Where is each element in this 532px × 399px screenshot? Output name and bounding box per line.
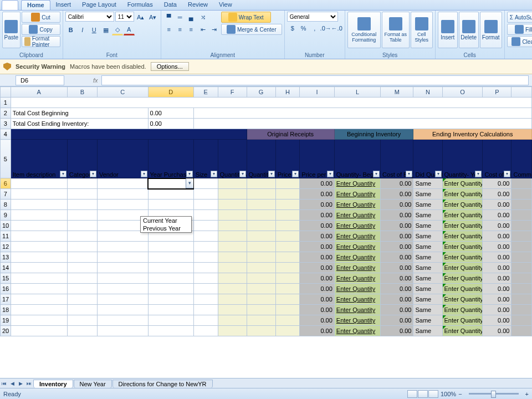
cell-cost-ending[interactable]: 0.00 <box>483 200 511 210</box>
col-I[interactable]: I <box>300 87 334 98</box>
cell[interactable] <box>511 231 532 242</box>
align-bottom[interactable]: ▄ <box>186 12 197 23</box>
cell[interactable] <box>97 315 148 326</box>
cell[interactable] <box>218 231 247 242</box>
col-O[interactable]: O <box>442 87 483 98</box>
cell[interactable] <box>218 294 247 305</box>
hdr-price-per-unit[interactable]: Price per Unit▾ <box>300 140 334 178</box>
dropdown-option-current-year[interactable]: Current Year <box>141 217 191 224</box>
increase-decimal[interactable]: .0→ <box>320 23 331 34</box>
cell[interactable] <box>11 326 67 336</box>
cell[interactable] <box>511 210 532 221</box>
cell[interactable] <box>11 200 67 210</box>
select-all-corner[interactable] <box>1 87 11 98</box>
cell-did-change[interactable]: Same <box>413 326 442 336</box>
cell[interactable] <box>247 231 275 242</box>
cell-price-per-unit[interactable]: 0.00 <box>300 305 334 315</box>
hdr-comm[interactable]: Comm <box>511 140 532 178</box>
cell[interactable] <box>97 252 148 263</box>
cell[interactable] <box>247 294 275 305</box>
shrink-font-button[interactable]: A▾ <box>147 12 158 23</box>
cell[interactable] <box>218 210 247 221</box>
cell[interactable] <box>275 326 300 336</box>
align-right[interactable]: ≡ <box>186 24 197 35</box>
hdr-price-paid[interactable]: Price Paid▾ <box>275 140 300 178</box>
align-center[interactable]: ≡ <box>175 24 186 35</box>
comma-button[interactable]: , <box>309 23 320 34</box>
cell[interactable] <box>148 284 193 294</box>
row-11[interactable]: 11 <box>1 231 11 242</box>
row-6[interactable]: 6 <box>1 178 11 189</box>
cell-did-change[interactable]: Same <box>413 200 442 210</box>
row-3[interactable]: 3 <box>1 119 11 129</box>
cell[interactable] <box>275 315 300 326</box>
hdr-did-qty-change[interactable]: Did Quantity Change▾ <box>413 140 442 178</box>
cell-cost-ending[interactable]: 0.00 <box>483 231 511 242</box>
row-10[interactable]: 10 <box>1 221 11 231</box>
font-color-button[interactable]: A <box>124 24 135 35</box>
hdr-year-purchased[interactable]: Year Purchased▾ <box>148 140 193 178</box>
cell[interactable] <box>67 326 97 336</box>
cell[interactable] <box>97 200 148 210</box>
cell[interactable] <box>218 315 247 326</box>
border-button[interactable]: ▦ <box>100 24 111 35</box>
cell[interactable] <box>193 315 218 326</box>
dropdown-option-previous-year[interactable]: Previous Year <box>141 224 191 232</box>
cell[interactable] <box>275 189 300 200</box>
cell[interactable] <box>97 178 148 189</box>
cell[interactable] <box>193 305 218 315</box>
col-M[interactable]: M <box>381 87 413 98</box>
enter-quantity-link[interactable]: Enter Quantity <box>442 305 483 315</box>
fx-icon[interactable]: fx <box>93 77 98 84</box>
cell[interactable] <box>247 326 275 336</box>
cell[interactable] <box>11 263 67 273</box>
cell-cost-ending[interactable]: 0.00 <box>483 242 511 252</box>
format-as-table-button[interactable]: Format as Table <box>382 12 410 48</box>
cell[interactable] <box>218 221 247 231</box>
hdr-size[interactable]: Size▾ <box>193 140 218 178</box>
cell[interactable] <box>275 210 300 221</box>
orientation-button[interactable]: ⤭ <box>198 12 209 23</box>
cell[interactable] <box>193 231 218 242</box>
cell[interactable] <box>218 242 247 252</box>
cell[interactable] <box>218 200 247 210</box>
cell-cost-ending[interactable]: 0.00 <box>483 284 511 294</box>
cell-total-ending-value[interactable]: 0.00 <box>148 119 193 129</box>
copy-button[interactable]: Copy <box>22 24 60 35</box>
cell-styles-button[interactable]: Cell Styles <box>411 12 433 48</box>
cell[interactable] <box>67 242 97 252</box>
cell[interactable] <box>218 178 247 189</box>
cell-total-beginning-value[interactable]: 0.00 <box>148 108 193 119</box>
cell[interactable] <box>67 315 97 326</box>
cell-cost-beginning[interactable]: 0.00 <box>381 252 413 263</box>
conditional-formatting-button[interactable]: Conditional Formatting <box>347 12 381 48</box>
cell-cost-beginning[interactable]: 0.00 <box>381 221 413 231</box>
cell-cost-beginning[interactable]: 0.00 <box>381 200 413 210</box>
enter-quantity-link[interactable]: Enter Quantity <box>334 326 380 336</box>
filter-icon[interactable]: ▾ <box>141 171 147 177</box>
enter-quantity-link[interactable]: Enter Quantity <box>442 284 483 294</box>
cell[interactable] <box>97 305 148 315</box>
col-P[interactable]: P <box>483 87 511 98</box>
cell[interactable] <box>275 200 300 210</box>
cell-price-per-unit[interactable]: 0.00 <box>300 294 334 305</box>
cell[interactable] <box>247 263 275 273</box>
cell[interactable] <box>275 221 300 231</box>
cell[interactable] <box>511 294 532 305</box>
cell[interactable] <box>97 294 148 305</box>
filter-icon[interactable]: ▾ <box>60 171 66 177</box>
sheet-tab-directions[interactable]: Directions for Change to NewYR <box>112 380 213 388</box>
clear-button[interactable]: Clear <box>507 36 532 47</box>
currency-button[interactable]: $ <box>287 23 298 34</box>
cell[interactable] <box>511 200 532 210</box>
filter-icon[interactable]: ▾ <box>292 171 299 177</box>
col-G[interactable]: G <box>247 87 275 98</box>
tab-view[interactable]: View <box>213 0 238 10</box>
bold-button[interactable]: B <box>65 24 76 35</box>
cell-cost-ending[interactable]: 0.00 <box>483 305 511 315</box>
wrap-text-button[interactable]: Wrap Text <box>221 12 271 23</box>
cell[interactable] <box>11 273 67 284</box>
cell[interactable] <box>148 273 193 284</box>
cell[interactable] <box>511 221 532 231</box>
cell[interactable] <box>247 273 275 284</box>
